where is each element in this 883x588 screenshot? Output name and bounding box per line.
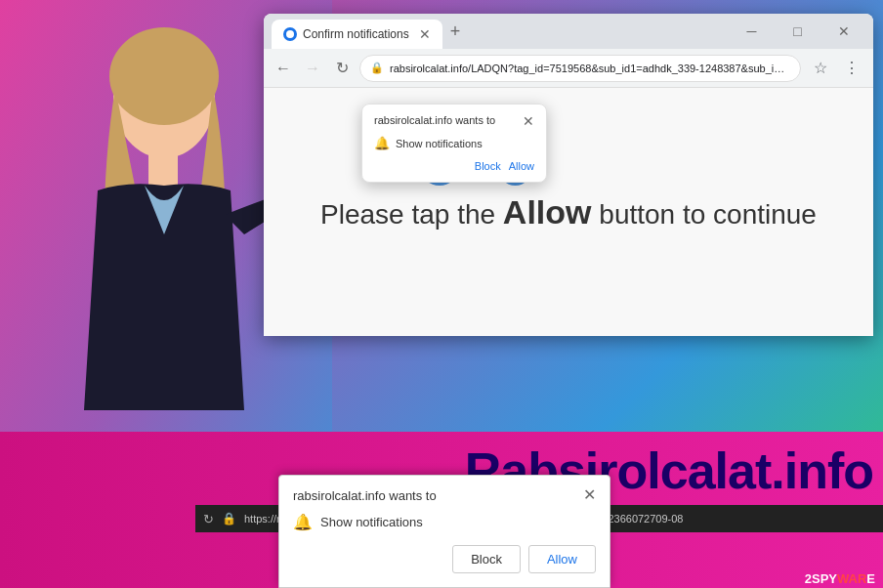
bottom-reload-icon: ↻ [203,512,214,526]
new-tab-button[interactable]: + [450,21,461,42]
watermark-war: WAR [837,571,866,586]
watermark-spy: SPY [812,571,837,586]
chrome-tab[interactable]: Confirm notifications ✕ [272,20,442,49]
bottom-popup-content: 🔔 Show notifications [293,513,596,531]
popup-content: 🔔 Show notifications [374,136,534,150]
cta-prefix: Please tap the [320,199,503,230]
reload-button[interactable]: ↻ [330,57,354,80]
chrome-titlebar: Confirm notifications ✕ + ─ □ ✕ [264,14,873,49]
popup-allow-button[interactable]: Allow [509,160,534,172]
chrome-window: Confirm notifications ✕ + ─ □ ✕ ← → ↻ 🔒 … [264,14,873,336]
tab-favicon [283,27,297,41]
bottom-notification-popup: rabsirolcalat.info wants to ✕ 🔔 Show not… [278,475,610,588]
window-minimize-button[interactable]: ─ [730,18,774,45]
bottom-popup-close-button[interactable]: ✕ [583,487,596,503]
window-close-button[interactable]: ✕ [821,18,865,45]
bottom-allow-button[interactable]: Allow [528,545,596,573]
popup-header: rabsirolcalat.info wants to ✕ [374,114,534,128]
lock-icon: 🔒 [370,62,384,74]
watermark-2: 2 [805,571,812,586]
watermark-e: E [866,571,875,586]
url-text: rabsirolcalat.info/LADQN?tag_id=7519568&… [390,63,790,74]
menu-button[interactable]: ⋮ [838,55,865,82]
watermark: 2SPYWARE [805,571,875,586]
bottom-bell-icon: 🔔 [293,513,313,531]
bottom-popup-site: rabsirolcalat.info wants to [293,488,437,503]
bottom-block-button[interactable]: Block [452,545,521,573]
tab-title: Confirm notifications [303,27,409,41]
page-cta-text: Please tap the Allow button to continue [320,193,817,231]
popup-site-label: rabsirolcalat.info wants to [374,114,495,126]
bottom-popup-permission-text: Show notifications [320,515,423,529]
cta-allow-word: Allow [503,193,592,231]
popup-permission-text: Show notifications [396,138,483,149]
popup-close-button[interactable]: ✕ [523,114,534,128]
bottom-popup-buttons: Block Allow [293,545,596,573]
tab-close-button[interactable]: ✕ [419,26,431,42]
window-maximize-button[interactable]: □ [776,18,820,45]
chrome-toolbar: ← → ↻ 🔒 rabsirolcalat.info/LADQN?tag_id=… [264,49,873,88]
svg-point-2 [109,27,219,125]
chrome-notification-popup: rabsirolcalat.info wants to ✕ 🔔 Show not… [361,104,547,183]
toolbar-icons: ☆ ⋮ [807,55,865,82]
back-button[interactable]: ← [272,57,295,80]
bookmark-button[interactable]: ☆ [807,55,834,82]
forward-button[interactable]: → [301,57,324,80]
bottom-lock-icon: 🔒 [222,512,236,525]
address-bar[interactable]: 🔒 rabsirolcalat.info/LADQN?tag_id=751956… [359,55,801,82]
popup-block-button[interactable]: Block [475,160,501,172]
chrome-page-content: Please tap the Allow button to continue … [264,88,873,336]
popup-buttons: Block Allow [374,160,534,172]
window-controls: ─ □ ✕ [730,18,865,45]
cta-suffix: button to continue [592,199,817,230]
bottom-popup-header: rabsirolcalat.info wants to ✕ [293,487,596,503]
bell-icon: 🔔 [374,136,390,150]
